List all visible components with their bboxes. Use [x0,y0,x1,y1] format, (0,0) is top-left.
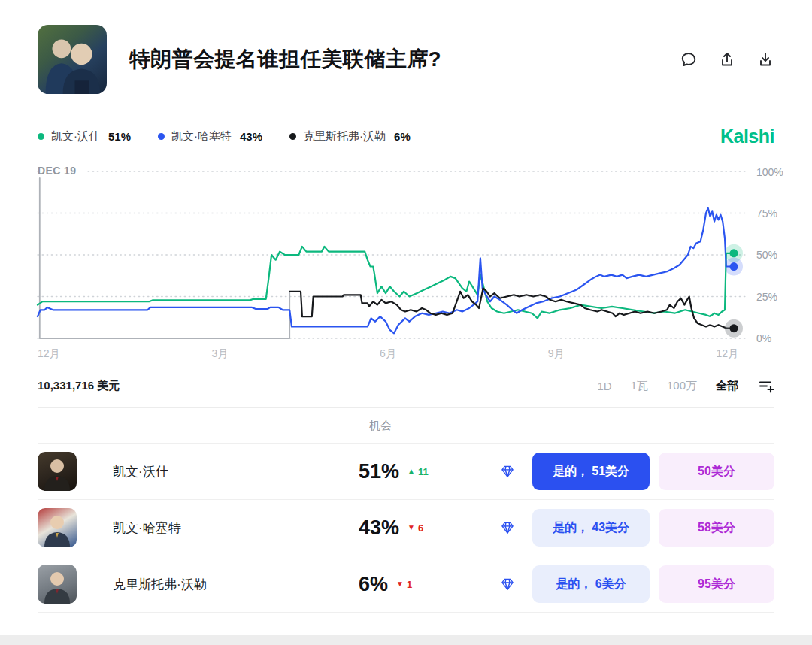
legend-dot-green [38,133,44,140]
buy-yes-button[interactable]: 是的， 6美分 [532,565,650,603]
legend-label: 凯文·哈塞特 [171,129,232,144]
price-chart[interactable]: DEC 19 100% 75% 50% 25% 0% [38,171,734,338]
buy-no-button[interactable]: 95美分 [659,565,774,603]
y-tick-50: 50% [756,249,804,261]
market-header: 特朗普会提名谁担任美联储主席? [38,25,774,94]
candidate-name: 克里斯托弗·沃勒 [95,576,359,593]
buy-no-button[interactable]: 58美分 [659,509,774,547]
legend-dot-black [289,133,296,140]
x-tick: 12月 [38,347,60,361]
x-tick: 12月 [716,347,738,361]
avatar [38,565,77,604]
probability-value: 6% [359,573,388,596]
market-avatar [38,25,107,94]
range-button-1D[interactable]: 1D [597,380,611,392]
range-button-100万[interactable]: 100万 [667,379,697,393]
range-button-全部[interactable]: 全部 [716,379,738,393]
comment-icon[interactable] [680,50,698,68]
avatar [38,508,77,547]
buy-yes-button[interactable]: 是的， 43美分 [532,509,650,547]
browser-bottom-edge [0,635,812,645]
y-tick-25: 25% [756,291,804,303]
legend-value: 6% [394,130,411,143]
gem-icon[interactable] [500,520,515,535]
candidate-name: 凯文·沃什 [95,463,359,480]
download-icon[interactable] [756,50,774,68]
legend-dot-blue [158,133,165,140]
y-tick-0: 0% [756,332,804,344]
legend-label: 凯文·沃什 [51,129,100,144]
gem-icon[interactable] [500,577,515,592]
y-tick-100: 100% [756,166,804,178]
legend-item-warsh[interactable]: 凯文·沃什 51% [38,129,131,144]
probability-value: 51% [359,460,399,483]
volume-label: 10,331,716 美元 [38,379,120,393]
range-buttons: 1D1瓦100万全部 [597,379,738,393]
change-indicator: 6 [408,522,423,534]
change-indicator: 1 [396,579,412,590]
kalshi-logo: Kalshi [720,126,774,147]
legend-item-hassett[interactable]: 凯文·哈塞特 43% [158,129,262,144]
buy-yes-button[interactable]: 是的， 51美分 [532,453,650,490]
table-row-waller[interactable]: 克里斯托弗·沃勒 6% 1 是的， 6美分 95美分 [38,556,774,613]
x-axis-labels: 12月 3月 6月 9月 12月 [38,347,738,361]
avatar [38,452,77,491]
share-icon[interactable] [718,50,736,68]
candidate-name: 凯文·哈塞特 [95,519,359,537]
y-tick-75: 75% [756,207,804,220]
table-row-warsh[interactable]: 凯文·沃什 51% 11 是的， 51美分 50美分 [38,444,774,500]
legend-label: 克里斯托弗·沃勒 [303,129,386,144]
change-indicator: 11 [408,466,429,477]
gem-icon[interactable] [500,464,515,479]
x-tick: 6月 [380,347,396,361]
legend-value: 43% [240,130,262,143]
probability-value: 43% [359,516,399,540]
chart-legend: 凯文·沃什 51% 凯文·哈塞特 43% 克里斯托弗·沃勒 6% Kalshi [38,126,774,147]
chart-canvas[interactable] [38,171,734,338]
chart-start-date: DEC 19 [38,165,85,177]
legend-value: 51% [108,130,131,143]
table-row-hassett[interactable]: 凯文·哈塞特 43% 6 是的， 43美分 58美分 [38,500,774,556]
chance-column-header: 机会 [359,419,483,433]
x-tick: 3月 [211,347,228,361]
list-plus-icon[interactable] [758,377,774,394]
page-title: 特朗普会提名谁担任美联储主席? [129,45,441,74]
market-avatar-figures [38,25,107,94]
table-header: 机会 [38,408,774,444]
legend-item-waller[interactable]: 克里斯托弗·沃勒 6% [289,129,411,144]
range-button-1瓦[interactable]: 1瓦 [631,379,648,393]
x-tick: 9月 [548,347,565,361]
buy-no-button[interactable]: 50美分 [659,453,774,490]
